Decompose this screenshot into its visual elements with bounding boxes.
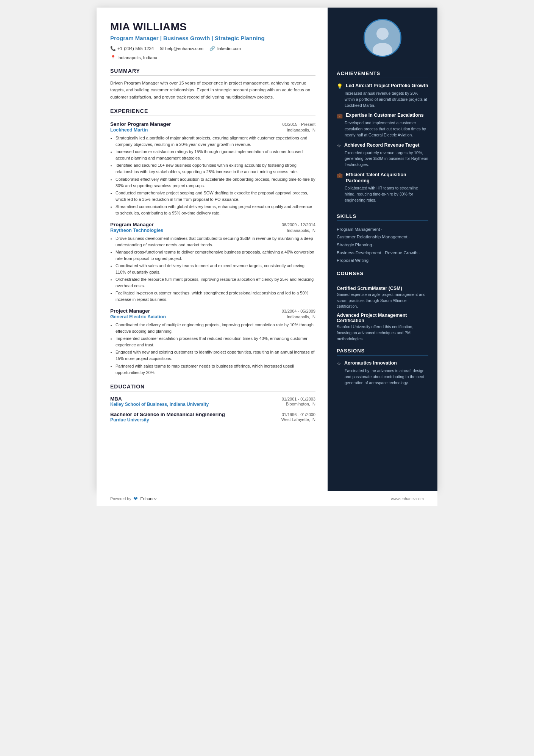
candidate-name: MIA WILLIAMS	[110, 21, 315, 33]
course-2-desc: Stanford University offered this certifi…	[337, 324, 428, 342]
job-2-header: Program Manager 06/2009 - 12/2014	[110, 222, 315, 227]
list-item: Coordinated the delivery of multiple eng…	[116, 322, 315, 335]
edu-2: Bachelor of Science in Mechanical Engine…	[110, 412, 315, 423]
list-item: Engaged with new and existing customers …	[116, 349, 315, 362]
education-section-title: EDUCATION	[110, 383, 315, 390]
star2-icon: ☆	[337, 361, 341, 366]
skill-2: Customer Relationship Management ·	[337, 233, 428, 241]
edu-1: MBA 01/2001 - 01/2003 Kelley School of B…	[110, 396, 315, 407]
passion-1: ☆ Aeronautics Innovation Fascinated by t…	[328, 360, 437, 390]
phone-item: 📞 +1-(234)-555-1234	[110, 46, 154, 51]
list-item: Streamlined communication with global de…	[116, 203, 315, 216]
briefcase-icon: 💼	[337, 113, 343, 119]
job-1-company-row: Lockheed Martin Indianapolis, IN	[110, 127, 315, 133]
edu-2-degree: Bachelor of Science in Mechanical Engine…	[110, 412, 225, 417]
achievement-4-header: 💼 Efficient Talent Acquisition Partnerin…	[337, 172, 428, 184]
edu-2-location: West Lafayette, IN	[281, 417, 315, 423]
achievement-3: ☆ Achieved Record Revenue Target Exceede…	[328, 142, 437, 172]
skill-3: Strategic Planning ·	[337, 241, 428, 249]
resume-wrapper: MIA WILLIAMS Program Manager | Business …	[97, 8, 437, 491]
job-3-company: General Electric Aviation	[110, 314, 166, 319]
achievement-1-header: 💡 Led Aircraft Project Portfolio Growth	[337, 83, 428, 89]
job-3: Project Manager 03/2004 - 05/2009 Genera…	[110, 308, 315, 376]
passion-1-title: Aeronautics Innovation	[344, 360, 397, 366]
list-item: Partnered with sales teams to map custom…	[116, 363, 315, 376]
job-3-location: Indianapolis, IN	[287, 315, 315, 319]
job-2-title: Program Manager	[110, 222, 154, 227]
experience-divider	[110, 116, 315, 116]
achievement-1: 💡 Led Aircraft Project Portfolio Growth …	[328, 83, 437, 112]
job-1-location: Indianapolis, IN	[287, 128, 315, 132]
page-outer: MIA WILLIAMS Program Manager | Business …	[97, 0, 437, 514]
profile-photo	[364, 19, 401, 57]
achievements-section-title: ACHIEVEMENTS	[328, 70, 437, 76]
course-1-desc: Gained expertise in agile project manage…	[337, 292, 428, 310]
location-item: 📍 Indianapolis, Indiana	[110, 55, 158, 60]
job-1-bullets: Strategically led a portfolio of major a…	[110, 135, 315, 216]
list-item: Strategically led a portfolio of major a…	[116, 135, 315, 148]
summary-text: Driven Program Manager with over 15 year…	[110, 80, 315, 100]
list-item: Managed cross-functional teams to delive…	[116, 249, 315, 262]
header: MIA WILLIAMS Program Manager | Business …	[110, 21, 315, 60]
edu-2-date: 01/1996 - 01/2000	[282, 412, 315, 417]
contact-row: 📞 +1-(234)-555-1234 ✉ help@enhancv.com 🔗…	[110, 46, 315, 51]
list-item: Conducted comprehensive project scoping …	[116, 190, 315, 203]
job-2: Program Manager 06/2009 - 12/2014 Raythe…	[110, 222, 315, 303]
passions-section-title: PASSIONS	[328, 348, 437, 354]
courses-section-title: COURSES	[328, 271, 437, 276]
achievement-1-desc: Increased annual revenue targets by 20% …	[345, 91, 428, 108]
list-item: Drove business development initiatives t…	[116, 235, 315, 248]
courses-area: Certified ScrumMaster (CSM) Gained exper…	[328, 283, 437, 342]
powered-by-label: Powered by	[110, 496, 131, 501]
achievement-4-title: Efficient Talent Acquisition Partnering	[346, 172, 428, 184]
achievement-3-desc: Exceeded quarterly revenue targets by 10…	[345, 150, 428, 168]
edu-1-school-row: Kelley School of Business, Indiana Unive…	[110, 402, 315, 407]
candidate-title: Program Manager | Business Growth | Stra…	[110, 34, 315, 42]
achievements-divider	[337, 78, 428, 78]
achievement-2-title: Expertise in Customer Escalations	[346, 112, 424, 118]
job-1-company: Lockheed Martin	[110, 127, 148, 133]
job-2-company-row: Raytheon Technologies Indianapolis, IN	[110, 228, 315, 233]
summary-section-title: SUMMARY	[110, 68, 315, 74]
avatar-svg	[365, 20, 400, 56]
email-item: ✉ help@enhancv.com	[160, 46, 203, 51]
skill-1: Program Management ·	[337, 225, 428, 233]
edu-1-header: MBA 01/2001 - 01/2003	[110, 396, 315, 402]
email-text: help@enhancv.com	[165, 46, 203, 51]
skill-4: Business Development · Revenue Growth ·	[337, 249, 428, 257]
job-1: Senior Program Manager 01/2015 - Present…	[110, 121, 315, 216]
skills-list: Program Management · Customer Relationsh…	[328, 225, 437, 265]
phone-text: +1-(234)-555-1234	[117, 46, 154, 51]
email-icon: ✉	[160, 46, 164, 51]
phone-icon: 📞	[110, 46, 116, 51]
skill-5: Proposal Writing	[337, 257, 428, 265]
edu-2-school: Purdue University	[110, 417, 149, 423]
job-2-location: Indianapolis, IN	[287, 228, 315, 233]
right-column: ACHIEVEMENTS 💡 Led Aircraft Project Port…	[328, 8, 437, 491]
skills-divider	[337, 221, 428, 221]
job-1-title: Senior Program Manager	[110, 121, 171, 127]
list-item: Collaborated effectively with talent acq…	[116, 176, 315, 189]
edu-2-school-row: Purdue University West Lafayette, IN	[110, 417, 315, 423]
job-2-company: Raytheon Technologies	[110, 228, 163, 233]
footer-brand: Powered by ❤ Enhancv	[110, 496, 156, 502]
star-icon: ☆	[337, 143, 341, 149]
job-3-title: Project Manager	[110, 308, 150, 314]
list-item: Identified and secured 10+ new business …	[116, 162, 315, 175]
edu-1-date: 01/2001 - 01/2003	[282, 397, 315, 401]
job-1-date: 01/2015 - Present	[283, 122, 315, 127]
course-1-title: Certified ScrumMaster (CSM)	[337, 286, 428, 291]
achievement-2-header: 💼 Expertise in Customer Escalations	[337, 112, 428, 119]
location-text: Indianapolis, Indiana	[117, 55, 158, 60]
list-item: Orchestrated the resource fulfillment pr…	[116, 276, 315, 289]
svg-point-1	[376, 28, 389, 40]
briefcase2-icon: 💼	[337, 172, 343, 178]
website-text: linkedin.com	[217, 46, 241, 51]
footer-website: www.enhancv.com	[391, 496, 424, 501]
achievement-1-title: Led Aircraft Project Portfolio Growth	[346, 83, 428, 89]
achievement-4: 💼 Efficient Talent Acquisition Partnerin…	[328, 172, 437, 207]
list-item: Facilitated in-person customer meetings,…	[116, 290, 315, 303]
link-icon: 🔗	[209, 46, 215, 51]
job-2-bullets: Drove business development initiatives t…	[110, 235, 315, 303]
location-row: 📍 Indianapolis, Indiana	[110, 55, 315, 60]
